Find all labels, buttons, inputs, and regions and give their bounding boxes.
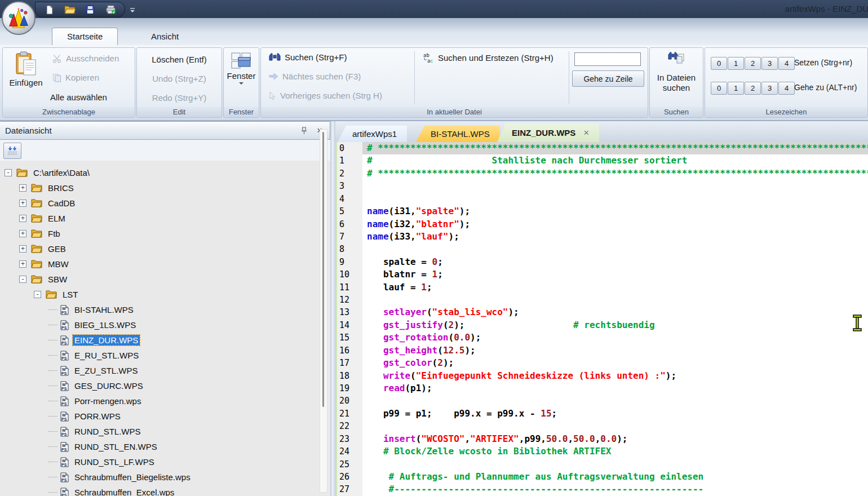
collapse-icon[interactable]: - (19, 276, 26, 283)
tree-item-E_RU_STL.WPS[interactable]: WPSE_RU_STL.WPS (0, 348, 330, 363)
cut-button[interactable]: Ausschneiden (52, 54, 119, 63)
line-number: 9 (337, 256, 362, 268)
expand-all-button[interactable] (3, 143, 21, 159)
bookmark-set-0-button[interactable]: 0 (711, 57, 727, 70)
undo-button[interactable]: Undo (Strg+Z) (137, 74, 222, 83)
tree-item-BIEG_1LS.WPS[interactable]: WPSBIEG_1LS.WPS (0, 317, 330, 333)
tree-item-LST[interactable]: -LST (0, 287, 330, 302)
tree-item-GEB[interactable]: +GEB (0, 241, 330, 256)
collapse-icon[interactable]: - (5, 169, 12, 176)
tab-startseite[interactable]: Startseite (52, 28, 118, 45)
save-button[interactable] (84, 3, 96, 16)
goto-line-input[interactable] (574, 52, 641, 66)
svg-text:W: W (62, 306, 66, 310)
close-tab-icon[interactable]: × (583, 127, 589, 138)
file-tree: -C:\artifex\Data\+BRICS+CadDB+ELM+Ftb+GE… (0, 161, 330, 496)
expand-icon[interactable]: + (19, 215, 26, 222)
panel-splitter[interactable] (330, 121, 335, 496)
print-button[interactable] (104, 3, 117, 16)
tree-item-RUND_STL.WPS[interactable]: WPSRUND_STL.WPS (0, 424, 330, 439)
expand-icon[interactable]: + (19, 184, 26, 192)
tree-item-EINZ_DUR.WPS[interactable]: WPSEINZ_DUR.WPS (0, 333, 330, 348)
bookmark-goto-2-button[interactable]: 2 (745, 82, 761, 95)
find-button[interactable]: Suchen (Strg+F) (269, 52, 347, 62)
code-line-7: name(i33,"lauf"); (362, 231, 868, 243)
tree-item-RUND_STL_LF.WPS[interactable]: WPSRUND_STL_LF.WPS (0, 454, 330, 470)
tree-item-Schraubmuffen_Excel.wps[interactable]: WPSSchraubmuffen_Excel.wps (0, 485, 330, 496)
bookmark-set-4-button[interactable]: 4 (778, 57, 795, 70)
redo-button[interactable]: Redo (Strg+Y) (137, 93, 222, 103)
tree-scrollbar[interactable] (320, 129, 327, 493)
replace-button[interactable]: ab a c Suchen und Erstezen (Strg+H) (422, 52, 553, 63)
select-all-button[interactable]: Alle auswählen (50, 92, 107, 102)
tree-item-GES_DURC.WPS[interactable]: WPSGES_DURC.WPS (0, 378, 330, 393)
line-number-gutter: 0123456789101112131415161718192021222324… (337, 142, 362, 496)
tree-item-C-artifex-Data-[interactable]: -C:\artifex\Data\ (0, 165, 330, 180)
open-file-button[interactable] (64, 3, 76, 16)
wps-file-icon: WPS (60, 442, 69, 452)
bookmark-goto-4-button[interactable]: 4 (778, 82, 795, 95)
tree-item-ELM[interactable]: +ELM (0, 211, 330, 226)
bookmark-goto-1-button[interactable]: 1 (728, 82, 744, 95)
code-line-1: # Stahlliste nach Durchmesser sortiert (362, 154, 868, 167)
clipboard-paste-icon (15, 51, 37, 76)
code-line-22 (362, 420, 868, 432)
quick-access-chevron-icon[interactable] (130, 5, 135, 15)
tree-item-SBW[interactable]: -SBW (0, 272, 330, 287)
tab-ansicht[interactable]: Ansicht (136, 28, 193, 45)
fenster-button[interactable]: Fenster (224, 52, 259, 85)
collapse-icon[interactable]: - (34, 291, 41, 298)
delete-button[interactable]: Löschen (Entf) (137, 55, 222, 64)
pin-panel-button[interactable] (298, 125, 309, 136)
new-file-button[interactable] (43, 3, 56, 16)
bookmark-set-3-button[interactable]: 3 (761, 57, 778, 70)
tree-scrollbar-thumb[interactable] (322, 132, 324, 407)
tree-item-Ftb[interactable]: +Ftb (0, 226, 330, 241)
line-number: 5 (337, 205, 362, 218)
find-in-files-button[interactable] (650, 51, 703, 65)
goto-line-button[interactable]: Gehe zu Zeile (572, 70, 644, 87)
tree-item-label: BIEG_1LS.WPS (73, 320, 138, 330)
tree-item-E_ZU_STL.WPS[interactable]: WPSE_ZU_STL.WPS (0, 363, 330, 378)
editor-tab-BI-STAHL.WPS[interactable]: BI-STAHL.WPS (416, 126, 500, 142)
tree-item-label: RUND_STL_EN.WPS (73, 441, 159, 452)
bookmark-set-2-button[interactable]: 2 (745, 57, 761, 70)
copy-button[interactable]: Kopieren (52, 73, 99, 82)
tree-connector (48, 462, 57, 462)
find-previous-button[interactable]: Vorheriges suchen (Strg H) (269, 91, 382, 100)
expand-icon[interactable]: + (19, 245, 26, 253)
bookmark-set-1-button[interactable]: 1 (728, 57, 744, 70)
app-logo-button[interactable] (2, 1, 36, 35)
tree-item-MBW[interactable]: +MBW (0, 256, 330, 272)
bookmark-goto-3-button[interactable]: 3 (761, 82, 778, 95)
expand-icon[interactable]: + (19, 230, 26, 237)
code-area[interactable]: 0123456789101112131415161718192021222324… (335, 142, 868, 496)
tree-item-RUND_STL_EN.WPS[interactable]: WPSRUND_STL_EN.WPS (0, 439, 330, 454)
tree-item-BI-STAHL.WPS[interactable]: WPSBI-STAHL.WPS (0, 302, 330, 317)
expand-icon[interactable]: + (19, 200, 26, 207)
wps-file-icon: WPS (60, 411, 69, 422)
tree-item-label: RUND_STL.WPS (73, 426, 143, 437)
expand-icon[interactable]: + (19, 260, 26, 268)
editor-tab-EINZ_DUR.WPS[interactable]: EINZ_DUR.WPS× (497, 123, 599, 142)
tree-item-BRICS[interactable]: +BRICS (0, 180, 330, 196)
tree-item-label: Ftb (46, 228, 62, 239)
find-next-button[interactable]: Nächtes suchen (F3) (269, 72, 361, 81)
cursor-arrow-icon (269, 91, 276, 100)
line-number: 2 (337, 167, 362, 180)
code-lines: # **************************************… (362, 142, 868, 496)
editor-tab-artifexWps1[interactable]: artifexWps1 (338, 126, 407, 142)
line-number: 13 (337, 306, 362, 318)
window-title: artifexWps - EINZ_DUR (785, 4, 868, 14)
scissors-icon (52, 54, 62, 63)
tree-item-Porr-mengen.wps[interactable]: WPSPorr-mengen.wps (0, 393, 330, 409)
group-label-fenster: Fenster (224, 107, 259, 117)
line-number: 10 (337, 268, 362, 281)
tree-item-CadDB[interactable]: +CadDB (0, 196, 330, 211)
tree-item-PORR.WPS[interactable]: WPSPORR.WPS (0, 409, 330, 424)
line-number: 19 (337, 382, 362, 395)
bookmark-goto-0-button[interactable]: 0 (711, 82, 727, 95)
code-line-6: name(i32,"blatnr"); (362, 218, 868, 231)
tree-item-Schraubmuffen_Biegeliste.wps[interactable]: WPSSchraubmuffen_Biegeliste.wps (0, 470, 330, 485)
paste-button[interactable]: Einfügen (6, 51, 46, 87)
